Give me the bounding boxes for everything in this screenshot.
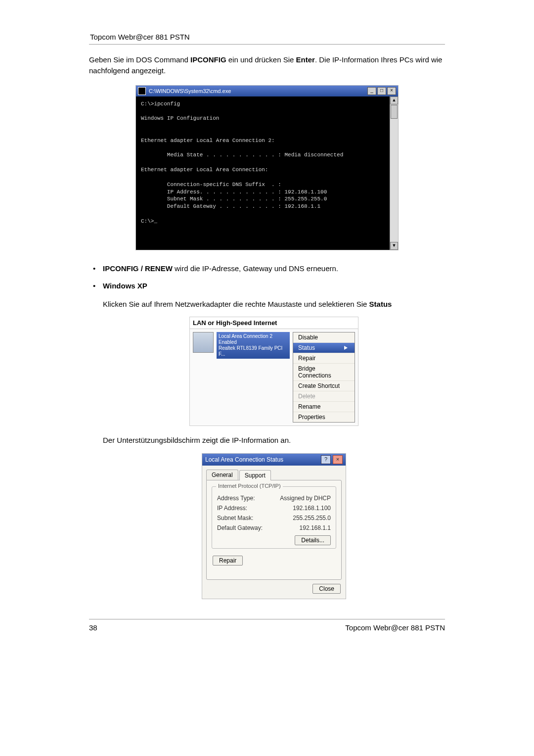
menu-rename[interactable]: Rename — [293, 402, 355, 412]
cmd-window: C:\WINDOWS\System32\cmd.exe _ □ × C:\>ip… — [135, 85, 399, 250]
maximize-button[interactable]: □ — [377, 87, 386, 95]
adapter-state: Enabled — [219, 339, 288, 345]
tab-general[interactable]: General — [206, 470, 238, 480]
repair-button[interactable]: Repair — [213, 556, 243, 566]
cmd-output: C:\>ipconfig Windows IP Configuration Et… — [136, 96, 390, 250]
intro-mid: ein und drücken Sie — [226, 55, 296, 64]
value-ip: 192.168.1.100 — [293, 505, 331, 512]
close-button[interactable]: × — [387, 87, 396, 95]
lan-header: LAN or High-Speed Internet — [190, 317, 358, 329]
label-gateway: Default Gateway: — [217, 524, 263, 531]
xp-instruction: Klicken Sie auf Ihrem Netzwerkadapter di… — [103, 299, 445, 310]
support-text: Der Unterstützungsbildschirm zeigt die I… — [103, 435, 445, 446]
row-address-type: Address Type: Assigned by DHCP — [217, 495, 331, 502]
group-label: Internet Protocol (TCP/IP) — [216, 483, 283, 489]
bullet-ipconfig-renew: IPCONFIG / RENEW wird die IP-Adresse, Ga… — [89, 264, 445, 273]
label-subnet: Subnet Mask: — [217, 515, 253, 521]
adapter-name: Local Area Connection 2 — [219, 333, 288, 339]
intro-enter: Enter — [296, 55, 315, 64]
value-gateway: 192.168.1.1 — [300, 524, 331, 531]
bullet-windows-xp: Windows XP Klicken Sie auf Ihrem Netzwer… — [89, 282, 445, 600]
value-subnet: 255.255.255.0 — [293, 515, 331, 521]
status-titlebar: Local Area Connection Status ? × — [202, 454, 346, 466]
row-gateway: Default Gateway: 192.168.1.1 — [217, 524, 331, 531]
tab-support[interactable]: Support — [239, 470, 271, 480]
context-menu: Disable Status Repair Bridge Connections… — [293, 332, 355, 423]
cmd-icon — [138, 87, 146, 95]
network-adapter-icon[interactable] — [193, 332, 214, 353]
status-dialog: Local Area Connection Status ? × General… — [202, 453, 346, 599]
page-number: 38 — [89, 623, 97, 632]
adapter-device: Realtek RTL8139 Family PCI F... — [219, 345, 288, 357]
lan-panel: LAN or High-Speed Internet Local Area Co… — [189, 317, 358, 426]
close-dialog-button[interactable]: Close — [312, 584, 341, 594]
row-ip: IP Address: 192.168.1.100 — [217, 505, 331, 512]
dialog-close-button[interactable]: × — [333, 455, 343, 464]
menu-bridge[interactable]: Bridge Connections — [293, 364, 355, 381]
cmd-title-text: C:\WINDOWS\System32\cmd.exe — [149, 88, 231, 94]
row-subnet: Subnet Mask: 255.255.255.0 — [217, 515, 331, 521]
page-header: Topcom Webr@cer 881 PSTN — [89, 30, 445, 45]
tab-content: Internet Protocol (TCP/IP) Address Type:… — [206, 480, 342, 580]
scroll-thumb[interactable] — [391, 105, 398, 119]
intro-ipconfig: IPCONFIG — [190, 55, 226, 64]
footer-title: Topcom Webr@cer 881 PSTN — [345, 623, 445, 632]
minimize-button[interactable]: _ — [367, 87, 376, 95]
menu-status[interactable]: Status — [293, 343, 355, 353]
label-ip: IP Address: — [217, 505, 247, 512]
bullet2-bold: Windows XP — [103, 282, 147, 290]
help-button[interactable]: ? — [321, 455, 331, 464]
xp-pre: Klicken Sie auf Ihrem Netzwerkadapter di… — [103, 300, 369, 308]
page-footer: 38 Topcom Webr@cer 881 PSTN — [89, 619, 445, 632]
menu-repair[interactable]: Repair — [293, 353, 355, 364]
scroll-down-button[interactable]: ▼ — [390, 242, 398, 250]
status-title-text: Local Area Connection Status — [205, 456, 283, 463]
bullet1-bold: IPCONFIG / RENEW — [103, 264, 173, 273]
value-address-type: Assigned by DHCP — [280, 495, 331, 502]
cmd-titlebar: C:\WINDOWS\System32\cmd.exe _ □ × — [136, 86, 398, 96]
bullet1-rest: wird die IP-Adresse, Gateway und DNS ern… — [173, 264, 338, 273]
intro-paragraph: Geben Sie im DOS Command IPCONFIG ein un… — [89, 54, 445, 76]
intro-pre: Geben Sie im DOS Command — [89, 55, 190, 64]
details-button[interactable]: Details... — [295, 535, 331, 545]
menu-properties[interactable]: Properties — [293, 412, 355, 422]
scrollbar[interactable]: ▲ ▼ — [390, 96, 398, 250]
menu-disable[interactable]: Disable — [293, 332, 355, 343]
menu-delete: Delete — [293, 391, 355, 402]
tab-strip: General Support — [202, 466, 346, 480]
menu-shortcut[interactable]: Create Shortcut — [293, 381, 355, 391]
xp-status-bold: Status — [369, 300, 392, 308]
tcpip-group: Internet Protocol (TCP/IP) Address Type:… — [212, 486, 336, 549]
label-address-type: Address Type: — [217, 495, 255, 502]
adapter-description: Local Area Connection 2 Enabled Realtek … — [217, 332, 290, 359]
scroll-up-button[interactable]: ▲ — [390, 96, 398, 104]
